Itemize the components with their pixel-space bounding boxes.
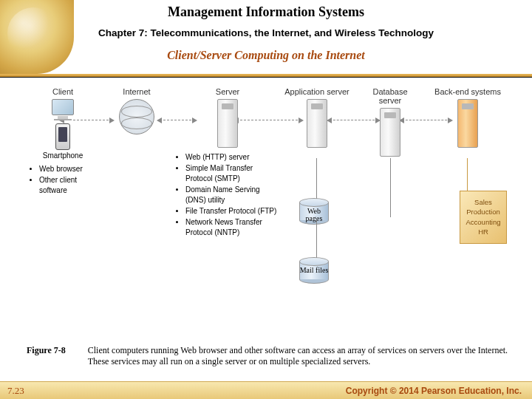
mail-files-cylinder: Mail files <box>296 257 332 286</box>
slide-number: 7.23 <box>7 385 24 397</box>
client-label: Client <box>30 87 96 96</box>
backend-tower-icon <box>457 99 478 148</box>
pc-icon <box>50 99 76 121</box>
server-bullets: Web (HTTP) server Simple Mail Transfer P… <box>176 152 279 238</box>
figure-number: Figure 7-8 <box>27 345 66 368</box>
backend-label: Back-end systems <box>434 87 501 96</box>
section-title: Client/Server Computing on the Internet <box>0 49 532 62</box>
book-title: Management Information Systems <box>0 0 532 20</box>
column-database-server: Database server <box>361 87 420 157</box>
app-server-tower-icon <box>307 99 327 148</box>
smartphone-label: Smartphone <box>30 151 96 160</box>
column-server: Server Web (HTTP) server Simple Mail Tra… <box>176 87 279 239</box>
column-client: Client Smartphone Web browser Other clie… <box>30 87 96 197</box>
smartphone-icon <box>55 123 70 150</box>
client-bullets: Web browser Other client software <box>30 164 96 196</box>
db-vline <box>390 158 391 217</box>
internet-label: Internet <box>111 87 163 96</box>
column-backend: Back-end systems <box>434 87 501 148</box>
backend-systems-box: Sales Production Accounting HR <box>460 191 507 244</box>
figure-caption-row: Figure 7-8 Client computers running Web … <box>27 345 510 368</box>
column-internet: Internet <box>111 87 163 134</box>
web-pages-cylinder: Web pages <box>296 198 332 227</box>
db-server-label: Database server <box>361 87 420 105</box>
back-vline <box>467 158 468 192</box>
db-server-tower-icon <box>380 108 400 157</box>
internet-cloud-icon <box>119 99 154 134</box>
globe-decoration <box>0 0 74 74</box>
diagram-figure: Client Smartphone Web browser Other clie… <box>30 87 510 331</box>
slide-header: Management Information Systems Chapter 7… <box>0 0 532 77</box>
chapter-subtitle: Chapter 7: Telecommunications, the Inter… <box>0 27 532 38</box>
column-application-server: Application server <box>284 87 350 148</box>
figure-caption: Client computers running Web browser and… <box>88 345 510 368</box>
server-tower-icon <box>217 99 238 148</box>
server-label: Server <box>176 87 279 96</box>
slide-footer: 7.23 Copyright © 2014 Pearson Education,… <box>0 381 532 399</box>
divider-line <box>0 77 532 78</box>
app-server-label: Application server <box>284 87 350 96</box>
copyright-text: Copyright © 2014 Pearson Education, Inc. <box>346 386 522 396</box>
